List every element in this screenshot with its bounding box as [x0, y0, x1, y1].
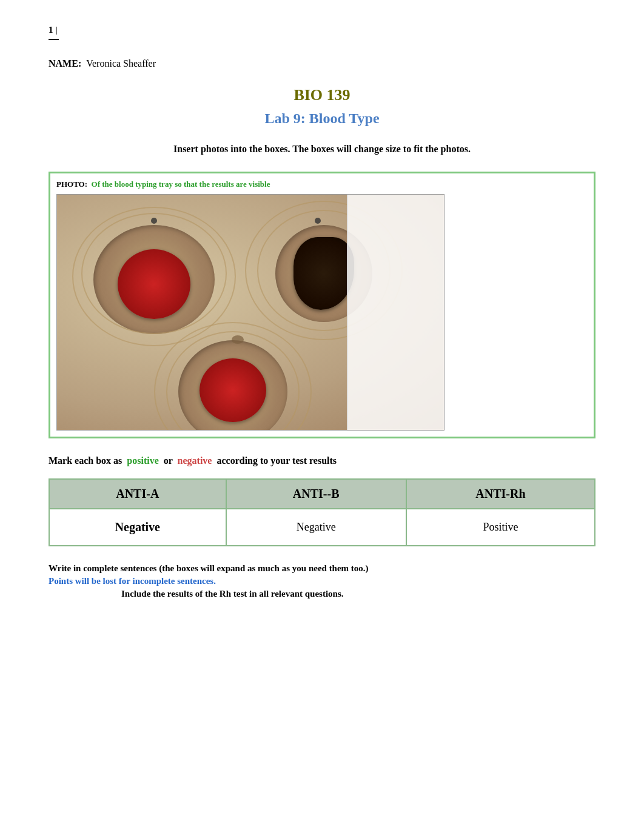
mark-negative-word: negative	[178, 455, 212, 466]
name-value: Veronica Sheaffer	[86, 58, 156, 69]
mark-positive-word: positive	[127, 455, 158, 466]
header-anti-rh: ANTI-Rh	[406, 479, 595, 509]
result-anti-b: Negative	[226, 509, 406, 546]
mark-suffix: according to your test results	[216, 455, 337, 466]
results-table: ANTI-A ANTI--B ANTI-Rh Negative Negative…	[49, 478, 595, 546]
write-line3: Include the results of the Rh test in al…	[49, 589, 595, 599]
mark-static: Mark each box as	[49, 455, 122, 466]
photo-label-static: PHOTO:	[56, 179, 87, 189]
mark-instructions: Mark each box as positive or negative ac…	[49, 455, 595, 466]
sub-title: Lab 9: Blood Type	[49, 110, 595, 127]
result-anti-a: Negative	[49, 509, 226, 546]
page-number: 1 |	[49, 25, 59, 40]
result-anti-rh: Positive	[406, 509, 595, 546]
blood-tray-image	[56, 194, 444, 431]
header-anti-b: ANTI--B	[226, 479, 406, 509]
write-line2: Points will be lost for incomplete sente…	[49, 576, 595, 586]
photo-label: PHOTO: Of the blood typing tray so that …	[56, 179, 588, 189]
photo-insert-instruction: Insert photos into the boxes. The boxes …	[49, 144, 595, 155]
photo-box: PHOTO: Of the blood typing tray so that …	[49, 172, 595, 438]
write-instructions-block: Write in complete sentences (the boxes w…	[49, 563, 595, 599]
write-line1: Write in complete sentences (the boxes w…	[49, 563, 595, 574]
header-anti-a: ANTI-A	[49, 479, 226, 509]
mark-or: or	[164, 455, 173, 466]
name-line: NAME: Veronica Sheaffer	[49, 58, 595, 69]
name-label: NAME:	[49, 58, 81, 69]
main-title: BIO 139	[49, 86, 595, 104]
photo-label-colored: Of the blood typing tray so that the res…	[92, 179, 270, 189]
